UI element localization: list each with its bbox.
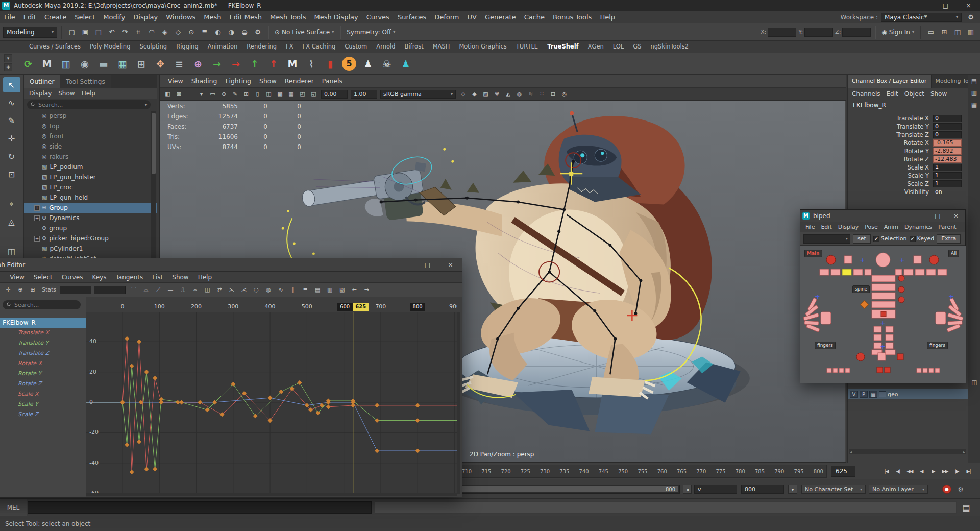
go-to-end-button[interactable]: ▶| [963, 465, 974, 477]
title-bar[interactable]: M Autodesk Maya 2019.2: E:\3d\projects\c… [0, 0, 980, 11]
snap-to-grid-icon[interactable]: ⌗ [132, 26, 144, 38]
absolute-view-icon[interactable]: ▤ [312, 284, 323, 296]
arrow-up-red-icon[interactable]: ↑ [265, 55, 282, 73]
grid-toggle-icon[interactable]: ⊞ [241, 89, 252, 100]
redo-icon[interactable]: ↷ [119, 26, 131, 38]
shelf-tab-poly-modeling[interactable]: Poly Modeling [85, 41, 135, 53]
render-current-frame-icon[interactable]: ◑ [225, 26, 237, 38]
time-snap-icon[interactable]: ∥ [287, 284, 299, 296]
graph-channel-translate-x[interactable]: Translate X [0, 328, 86, 338]
move-keys-tool-icon[interactable]: ✛ [3, 284, 14, 296]
open-scene-icon[interactable]: ▣ [79, 26, 91, 38]
menu-uv[interactable]: UV [463, 11, 481, 23]
close-button[interactable]: × [439, 258, 462, 271]
shelf-menu-icon[interactable]: ✚ [4, 63, 12, 71]
animation-curves-canvas[interactable] [86, 312, 457, 494]
channel-value-field[interactable]: on [933, 188, 962, 196]
viewport-menu-view[interactable]: View [164, 75, 187, 87]
shelf-tab-bifrost[interactable]: Bifrost [400, 41, 428, 53]
stats-value-field[interactable] [94, 286, 126, 294]
snap-to-plane-icon[interactable]: ◇ [172, 26, 184, 38]
symmetry-control[interactable]: Symmetry: Off ▾ [345, 29, 397, 36]
lattice-deform-keys-icon[interactable]: ⊞ [27, 284, 38, 296]
outliner-item-rakurs[interactable]: ◎ rakurs [24, 152, 157, 162]
gamma-field[interactable]: 1.00 [351, 90, 377, 99]
menu-select[interactable]: Select [70, 11, 99, 23]
shelf-tab-arnold[interactable]: Arnold [372, 41, 400, 53]
selection-checkbox[interactable]: ✔ Selection [873, 235, 907, 242]
character-rig-icon[interactable]: ✥ [152, 55, 169, 73]
outliner-item-lp-gun-held[interactable]: ▧ LP_gun_held [24, 192, 157, 203]
slider-shelf-icon[interactable]: ≡ [170, 55, 188, 73]
biped-menu-file[interactable]: File [802, 222, 818, 232]
layer-color-swatch[interactable] [879, 391, 886, 397]
outliner-item-dynamics[interactable]: + ⊕ Dynamics [24, 213, 157, 223]
bookmarks-icon[interactable]: ▾ [196, 89, 207, 100]
paint-select-tool-icon[interactable]: ✎ [3, 113, 20, 128]
dashes-shelf-icon[interactable]: ⌇ [303, 55, 320, 73]
m-shelf-icon[interactable]: M [284, 55, 301, 73]
tool-settings-toggle-icon[interactable]: ▦ [969, 100, 979, 110]
channel-value-field[interactable]: 0 [933, 123, 962, 130]
channel-rotate-z[interactable]: Rotate Z -12.483 [848, 155, 968, 163]
red-bar-icon[interactable]: ▮ [322, 55, 339, 73]
channel-visibility[interactable]: Visibility on [848, 188, 968, 196]
plateau-tangents-icon[interactable]: ⌢ [189, 284, 201, 296]
play-forwards-button[interactable]: ▶ [928, 465, 939, 477]
current-frame-field[interactable]: 625 [831, 466, 855, 477]
menu-surfaces[interactable]: Surfaces [394, 11, 430, 23]
expand-icon[interactable]: + [34, 205, 40, 211]
unify-tangents-icon[interactable]: ⋌ [238, 284, 250, 296]
chevron-down-icon[interactable]: ▾ [788, 485, 797, 494]
wireframe-icon[interactable]: ◇ [458, 89, 469, 100]
viewport-menu-panels[interactable]: Panels [318, 75, 347, 87]
isolate-select-icon[interactable]: ◎ [559, 89, 570, 100]
range-start-marker[interactable]: 600 [337, 303, 353, 311]
outliner-item-picker-biped-group[interactable]: + ⊕ picker_biped:Group [24, 233, 157, 244]
shelf-tab-motion-graphics[interactable]: Motion Graphics [454, 41, 511, 53]
channel-rotate-y[interactable]: Rotate Y -2.892 [848, 147, 968, 155]
shelf-tab-gs[interactable]: GS [628, 41, 646, 53]
tab-tool-settings[interactable]: Tool Settings [60, 75, 111, 88]
save-scene-icon[interactable]: ▤ [92, 26, 105, 38]
axis-input-x[interactable] [768, 28, 796, 37]
range-end-marker[interactable]: 800 [410, 303, 425, 311]
all-button[interactable]: All [948, 250, 959, 257]
channel-translate-x[interactable]: Translate X 0 [848, 114, 968, 123]
stacked-view-icon[interactable]: ▥ [324, 284, 335, 296]
arrow-right-green-icon[interactable]: → [208, 55, 226, 73]
picker-set-dropdown[interactable]: ▾ [803, 234, 850, 244]
picker-shelf-icon[interactable]: ⊕ [189, 55, 207, 73]
chart-shelf-icon[interactable]: ▥ [57, 55, 75, 73]
layer-visibility-toggle[interactable]: V [850, 391, 858, 398]
graph-editor-menu-show[interactable]: Show [167, 272, 193, 282]
outliner-item-lp-podium[interactable]: ▧ LP_podium [24, 162, 157, 172]
skeleton-teal-icon[interactable]: ♟ [397, 55, 414, 73]
normalized-view-icon[interactable]: ▧ [336, 284, 348, 296]
step-forward-frame-button[interactable]: |▶ [951, 465, 962, 477]
snap-to-point-icon[interactable]: ◈ [159, 26, 171, 38]
menu-create[interactable]: Create [40, 11, 70, 23]
picker-canvas[interactable]: + + [800, 246, 966, 383]
shelf-tab-custom[interactable]: Custom [340, 41, 372, 53]
shelf-tab-trueshelf[interactable]: TrueShelf [543, 41, 583, 53]
textured-icon[interactable]: ▨ [480, 89, 491, 100]
graph-editor-menu-view[interactable]: View [5, 272, 29, 282]
selected-object-name[interactable]: FKElbow_R [848, 100, 968, 110]
time-slider[interactable]: 7107157207257307357407457507557607657707… [458, 465, 827, 478]
motion-blur-icon[interactable]: ≋ [525, 89, 536, 100]
step-tangents-icon[interactable]: ⎍ [177, 284, 188, 296]
post-infinity-icon[interactable]: → [361, 284, 372, 296]
layer-name[interactable]: geo [888, 391, 898, 398]
tab-modeling-to[interactable]: Modeling To [932, 75, 968, 88]
construction-history-icon[interactable]: ≣ [199, 26, 211, 38]
maya-scene-icon[interactable]: M [38, 55, 56, 73]
keyed-checkbox[interactable]: ✔ Keyed [910, 235, 935, 242]
tab-outliner[interactable]: Outliner [24, 75, 60, 88]
live-surface-control[interactable]: ⊙ No Live Surface ▾ [273, 29, 336, 36]
layer-playback-toggle[interactable]: P [860, 391, 868, 398]
channel-value-field[interactable]: -12.483 [933, 156, 962, 163]
graph-editor-menu-tangents[interactable]: Tangents [111, 272, 148, 282]
anti-aliasing-icon[interactable]: ∷ [536, 89, 547, 100]
menu-cache[interactable]: Cache [520, 11, 549, 23]
